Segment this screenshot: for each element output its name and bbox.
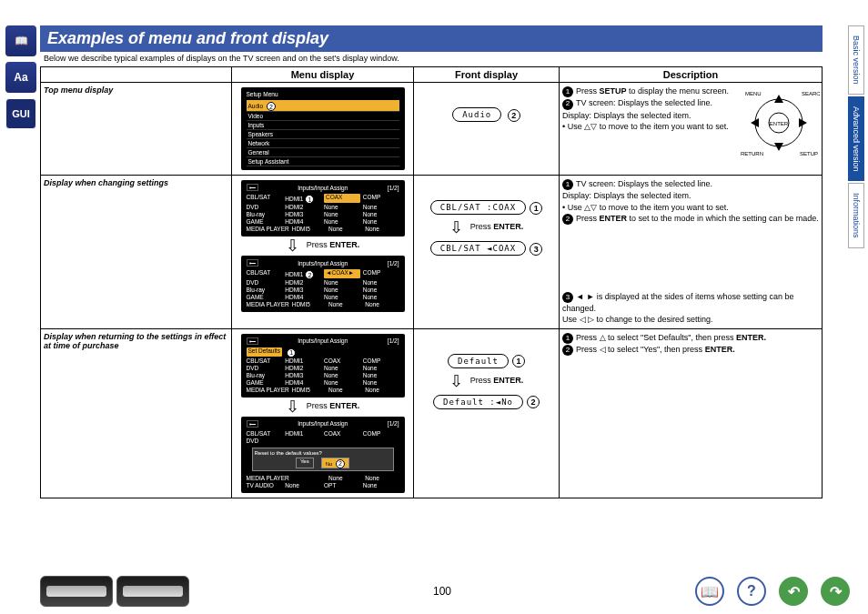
right-tabs: Basic version Advanced version Informati…	[848, 25, 864, 248]
down-arrow-icon: ⇩	[449, 221, 463, 234]
main-content: Examples of menu and front display Below…	[40, 25, 823, 498]
history-back-icon[interactable]: ↶	[779, 577, 808, 606]
col-front-display: Front display	[414, 67, 560, 83]
tab-advanced[interactable]: Advanced version	[848, 96, 864, 182]
down-arrow-icon: ⇩	[286, 239, 299, 252]
ref-2: 2	[508, 109, 520, 122]
help-button-icon[interactable]: ?	[737, 577, 766, 606]
lcd-default: Default	[448, 354, 509, 368]
page-number: 100	[433, 585, 451, 598]
left-icon-strip: 📖 Aa GUI	[5, 25, 36, 129]
lcd-cblsat-coax: CBL/SAT :COAX	[430, 200, 526, 215]
row-changing-label: Display when changing settings	[41, 176, 232, 329]
contents-icon[interactable]: 📖	[5, 25, 36, 56]
device-rear-icon[interactable]	[116, 576, 189, 607]
tv-input-assign-1: ⟵Inputs/Input Assign[1/2] CBL/SATHDMI11C…	[241, 180, 405, 237]
device-front-icon[interactable]	[40, 576, 113, 607]
down-arrow-icon: ⇩	[286, 400, 299, 413]
lcd-default-no: Default :◄No	[433, 395, 523, 409]
svg-marker-3	[774, 95, 783, 103]
history-forward-icon[interactable]: ↷	[821, 577, 850, 606]
svg-marker-6	[799, 118, 807, 127]
intro-text: Below we describe typical examples of di…	[40, 52, 823, 66]
col-description: Description	[560, 67, 823, 83]
svg-text:SEARCH: SEARCH	[802, 91, 820, 96]
tv-set-defaults-1: ⟵Inputs/Input Assign[1/2] Set Defaults1 …	[241, 334, 405, 398]
svg-text:RETURN: RETURN	[741, 151, 763, 156]
gui-icon[interactable]: GUI	[5, 98, 36, 129]
footer: 100 📖 ? ↶ ↷	[40, 576, 850, 607]
glossary-icon[interactable]: Aa	[5, 62, 36, 93]
row-defaults-label: Display when returning to the settings i…	[41, 328, 232, 498]
col-menu-display: Menu display	[232, 67, 414, 83]
lcd-audio: Audio	[452, 107, 501, 122]
examples-table: Menu display Front display Description T…	[40, 66, 823, 498]
svg-marker-5	[751, 118, 759, 127]
contents-button-icon[interactable]: 📖	[695, 577, 724, 606]
remote-dpad-icon: ENTERMENUSEARCHRETURNSETUP	[738, 86, 820, 159]
row-top-label: Top menu display	[41, 83, 232, 176]
tv-input-assign-2: ⟵Inputs/Input Assign[1/2] CBL/SATHDMI12◄…	[241, 256, 405, 312]
svg-text:ENTER: ENTER	[770, 121, 789, 126]
tab-informations[interactable]: Informations	[848, 183, 864, 248]
tv-setup-menu: Setup Menu Audio 2 Video Inputs Speakers…	[241, 87, 405, 170]
lcd-cblsat-coax-edit: CBL/SAT ◄COAX	[430, 241, 526, 256]
svg-text:MENU: MENU	[745, 91, 762, 96]
tab-basic[interactable]: Basic version	[848, 25, 864, 95]
svg-marker-4	[774, 143, 783, 151]
down-arrow-icon: ⇩	[449, 375, 463, 388]
page-title: Examples of menu and front display	[40, 25, 823, 52]
svg-text:SETUP: SETUP	[800, 151, 818, 156]
tv-set-defaults-2: ⟵Inputs/Input Assign[1/2] CBL/SATHDMI1CO…	[241, 417, 405, 493]
